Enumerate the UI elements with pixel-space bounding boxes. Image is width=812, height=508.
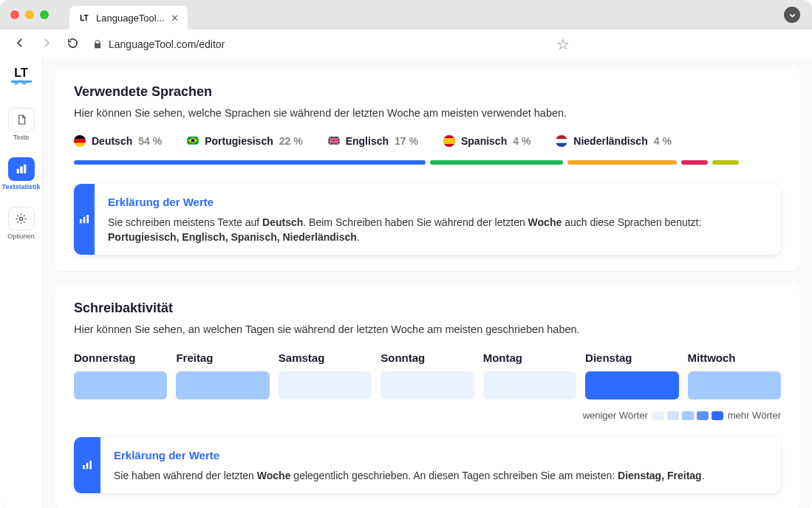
language-bar-segment [681,160,708,165]
sidebar-item-optionen[interactable]: Optionen [6,201,37,244]
svg-rect-2 [24,165,26,173]
stats-icon [74,437,100,493]
tab-favicon-icon: LT [78,12,90,24]
window-titlebar: LT LanguageTool... ✕ [0,0,812,30]
document-icon [8,108,35,131]
back-button[interactable] [13,36,27,52]
languages-bar-chart [74,160,781,165]
sidebar-item-label: Texte [13,134,30,141]
svg-rect-17 [83,217,86,224]
svg-rect-14 [556,139,567,143]
callout-body: Erklärung der Werte Sie haben während de… [100,437,718,493]
day-column: Freitag [176,351,269,399]
close-tab-button[interactable]: ✕ [171,13,179,24]
browser-tab[interactable]: LT LanguageTool... ✕ [69,6,188,30]
language-item: Portugiesisch22 % [187,135,303,147]
language-item: Deutsch54 % [74,135,162,147]
tab-title: LanguageTool... [96,13,165,24]
sidebar-item-label: Textstatistik [2,183,41,190]
svg-rect-0 [17,169,19,173]
day-heat-cell [176,371,269,399]
day-label: Samstag [279,351,372,364]
svg-rect-19 [83,465,85,469]
sidebar-item-label: Optionen [7,233,35,240]
close-window-button[interactable] [10,10,19,19]
svg-rect-6 [74,143,86,147]
sidebar-item-texte[interactable]: Texte [6,102,37,145]
svg-rect-5 [74,139,86,143]
languages-callout: Erklärung der Werte Sie schreiben meiste… [74,184,781,255]
legend-swatch [712,411,723,420]
main-content: Verwendete Sprachen Hier können Sie sehe… [43,59,812,508]
svg-rect-21 [89,461,92,469]
legend-swatch [697,411,709,420]
flag-icon [74,135,86,147]
language-name: Spanisch [461,135,507,147]
language-name: Deutsch [92,135,132,147]
activity-callout: Erklärung der Werte Sie haben während de… [74,437,781,493]
legend-swatch [652,411,664,420]
lock-icon [92,39,103,49]
callout-text: Sie haben während der letzten Woche gele… [114,468,705,483]
language-percent: 22 % [279,135,303,147]
svg-rect-16 [80,219,82,223]
activity-heatmap: DonnerstagFreitagSamstagSonntagMontagDie… [74,351,781,399]
language-name: Portugiesisch [205,135,273,147]
forward-button[interactable] [40,36,53,52]
reload-button[interactable] [66,37,79,52]
browser-toolbar: LanguageTool.com/editor ☆ [0,30,812,59]
maximize-window-button[interactable] [40,10,49,19]
day-heat-cell [74,371,167,399]
card-title: Verwendete Sprachen [74,84,781,100]
day-label: Freitag [176,351,269,364]
browser-menu-button[interactable] [784,7,800,23]
day-label: Sonntag [381,351,474,364]
day-heat-cell [585,371,678,399]
language-percent: 54 % [138,135,162,147]
day-heat-cell [279,371,372,399]
flag-icon [328,135,340,147]
language-name: Englisch [346,135,389,147]
card-desc: Hier können Sie sehen, welche Sprachen s… [74,107,781,119]
day-label: Montag [483,351,576,364]
svg-rect-4 [74,135,86,139]
address-bar[interactable]: LanguageTool.com/editor [92,38,543,50]
stats-icon [74,184,95,255]
callout-body: Erklärung der Werte Sie schreiben meiste… [95,184,781,255]
language-percent: 4 % [513,135,530,147]
language-bar-segment [712,160,739,165]
day-label: Mittwoch [688,351,781,364]
flag-icon [187,135,199,147]
card-desc: Hier können Sie sehen, an welchen Tagen … [74,323,781,335]
svg-rect-12 [443,138,455,144]
svg-rect-18 [86,215,89,223]
language-percent: 4 % [654,135,672,147]
day-label: Donnerstag [74,351,167,364]
bookmark-star-icon[interactable]: ☆ [556,35,570,53]
day-column: Mittwoch [688,351,781,399]
day-column: Dienstag [585,351,678,399]
activity-legend: weniger Wörter mehr Wörter [74,410,781,421]
svg-rect-20 [86,463,89,470]
day-heat-cell [381,371,474,399]
minimize-window-button[interactable] [25,10,34,19]
day-column: Sonntag [381,351,474,399]
flag-icon [443,135,455,147]
language-bar-segment [567,160,677,165]
svg-rect-13 [556,135,567,139]
languages-card: Verwendete Sprachen Hier können Sie sehe… [55,68,800,271]
language-percent: 17 % [395,135,418,147]
legend-swatch [667,411,679,420]
day-column: Samstag [279,351,372,399]
language-name: Niederländisch [573,135,647,147]
language-item: Spanisch4 % [443,135,530,147]
svg-rect-15 [556,143,567,147]
app-logo-icon[interactable]: LT [11,66,32,83]
gear-icon [8,207,35,230]
app-sidebar: LT Texte Textstatistik Optionen [0,59,43,508]
sidebar-item-textstatistik[interactable]: Textstatistik [6,151,37,195]
language-bar-segment [430,160,563,165]
languages-list: Deutsch54 %Portugiesisch22 %Englisch17 %… [74,135,781,147]
day-column: Donnerstag [74,351,167,399]
language-item: Englisch17 % [328,135,418,147]
